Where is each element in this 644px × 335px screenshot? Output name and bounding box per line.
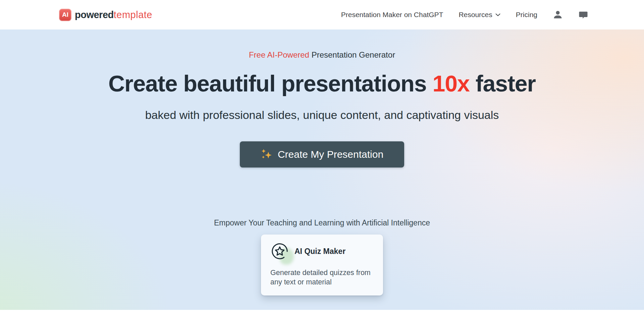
- hero-section: Free AI-Powered Presentation Generator C…: [0, 29, 644, 310]
- star-circle-icon: [270, 242, 289, 261]
- header: AI poweredtemplate Presentation Maker on…: [0, 0, 644, 29]
- title-highlight: 10x: [432, 71, 469, 96]
- card-description: Generate detailed quizzes from any text …: [270, 268, 374, 287]
- user-icon[interactable]: [553, 10, 563, 20]
- card-title: AI Quiz Maker: [294, 247, 345, 256]
- nav-presentation-maker[interactable]: Presentation Maker on ChatGPT: [341, 11, 443, 19]
- nav-pricing[interactable]: Pricing: [516, 11, 537, 19]
- nav-resources-label: Resources: [459, 11, 492, 19]
- logo-wordmark: poweredtemplate: [75, 9, 152, 20]
- logo[interactable]: AI poweredtemplate: [59, 9, 152, 21]
- create-presentation-button[interactable]: Create My Presentation: [240, 141, 404, 168]
- section-intro: Empower Your Teaching and Learning with …: [0, 218, 644, 228]
- sparkles-icon: [261, 148, 273, 160]
- eyebrow: Free AI-Powered Presentation Generator: [0, 50, 644, 60]
- ai-quiz-maker-card[interactable]: AI Quiz Maker Generate detailed quizzes …: [261, 234, 383, 295]
- subtitle: baked with professional slides, unique c…: [0, 108, 644, 122]
- title-pre: Create beautiful presentations: [108, 71, 427, 96]
- nav-resources[interactable]: Resources: [459, 11, 500, 19]
- cta-label: Create My Presentation: [278, 149, 383, 160]
- footer-whitespace: [0, 310, 644, 335]
- main-nav: Presentation Maker on ChatGPT Resources …: [341, 10, 588, 20]
- logo-text-bold: powered: [75, 9, 114, 20]
- eyebrow-highlight: Free AI-Powered: [249, 50, 309, 59]
- chat-icon[interactable]: [578, 10, 588, 20]
- logo-text-light: template: [114, 9, 152, 20]
- logo-ai-badge-icon: AI: [59, 9, 71, 21]
- chevron-down-icon: [495, 13, 500, 16]
- title-post: faster: [476, 71, 536, 96]
- page-title: Create beautiful presentations 10x faste…: [0, 70, 644, 97]
- eyebrow-rest: Presentation Generator: [312, 50, 395, 59]
